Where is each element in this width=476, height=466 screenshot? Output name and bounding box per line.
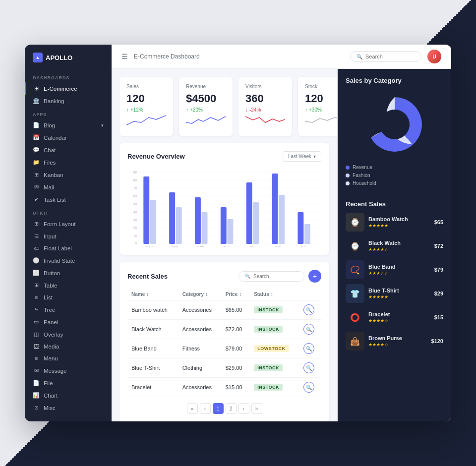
sales-table: Name ↕ Category ↕ Price ↕ Status ↕ Bambo… [127, 289, 321, 397]
col-category[interactable]: Category ↕ [182, 291, 218, 297]
chart-icon: 📊 [33, 392, 40, 399]
search-input[interactable] [365, 54, 415, 59]
sidebar-item-list[interactable]: ≡ List [25, 291, 112, 303]
row-action-button[interactable]: 🔍 [303, 382, 314, 393]
sidebar-item-formlayout[interactable]: ⊞ Form Layout [25, 218, 112, 230]
table-search-input[interactable] [253, 274, 298, 279]
chevron-down-icon: ▾ [101, 123, 104, 128]
sidebar-item-file[interactable]: 📄 File [25, 377, 112, 389]
page-last[interactable]: » [251, 403, 262, 414]
page-1[interactable]: 1 [213, 403, 224, 414]
cell-action[interactable]: 🔍 [299, 300, 321, 320]
sidebar-item-chat[interactable]: 💬 Chat [25, 144, 112, 156]
page-2[interactable]: 2 [226, 403, 237, 414]
sidebar-item-invalidstate[interactable]: ⚪ Invalid State [25, 254, 112, 267]
sidebar-label-list: List [44, 294, 53, 300]
cell-action[interactable]: 🔍 [299, 339, 321, 358]
sidebar-item-ecommerce[interactable]: ⊞ E-Commerce [25, 82, 112, 95]
recent-sales-header: Recent Sales 🔍 + [127, 270, 321, 283]
page-first[interactable]: « [187, 403, 198, 414]
sale-info: Blue T-Shirt ★★★★★ [368, 288, 430, 299]
cell-name: Bracelet [127, 378, 178, 397]
table-icon: ⊞ [33, 282, 40, 289]
add-sale-button[interactable]: + [308, 270, 321, 283]
svg-rect-23 [176, 207, 182, 244]
row-action-button[interactable]: 🔍 [303, 343, 314, 354]
sidebar-item-table[interactable]: ⊞ Table [25, 279, 112, 291]
content-area: Sales 120 ↑ +12% Revenue $4500 [112, 69, 451, 421]
pie-chart-container [346, 88, 443, 161]
sale-name: Bamboo Watch [368, 216, 430, 222]
legend-household: Household [346, 180, 443, 186]
cell-name: Blue Band [127, 339, 178, 358]
table-search-bar[interactable]: 🔍 [238, 271, 304, 282]
sidebar-item-mail[interactable]: ✉ Mail [25, 181, 112, 193]
sidebar-label-invalidstate: Invalid State [44, 258, 75, 264]
sale-stars: ★★★★★ [368, 223, 430, 228]
col-status[interactable]: Status ↕ [254, 291, 296, 297]
sidebar-label-files: Files [44, 160, 56, 166]
bar-chart: 90 80 70 60 50 40 30 20 10 0 [127, 168, 321, 247]
stat-title-sales: Sales [126, 84, 166, 89]
sidebar-item-tasklist[interactable]: ✔ Task List [25, 193, 112, 206]
last-week-dropdown[interactable]: Last Week ▾ [283, 151, 321, 162]
sidebar-item-tree[interactable]: ⤷ Tree [25, 303, 112, 316]
revenue-overview-card: Revenue Overview Last Week ▾ 90 80 70 60 [119, 143, 329, 255]
cell-status: LOWSTOCK [250, 339, 299, 358]
sidebar-label-formlayout: Form Layout [44, 221, 76, 227]
sale-price: $120 [431, 338, 443, 344]
page-prev[interactable]: ‹ [200, 403, 211, 414]
row-action-button[interactable]: 🔍 [303, 324, 314, 335]
recent-sales-list: ⌚ Bamboo Watch ★★★★★ $65 ⌚ Black Watch ★… [346, 213, 443, 350]
sidebar-label-blog: Blog [44, 122, 55, 128]
sidebar-item-panel[interactable]: ▭ Panel [25, 316, 112, 328]
stat-value-visitors: 360 [245, 92, 285, 105]
legend-revenue: Revenue [346, 165, 443, 170]
svg-rect-30 [272, 174, 278, 244]
sidebar-item-menu[interactable]: ≡ Menu [25, 352, 112, 364]
revenue-card-header: Revenue Overview Last Week ▾ [127, 151, 321, 162]
hamburger-icon[interactable]: ☰ [121, 53, 128, 60]
sale-thumb: ⭕ [346, 308, 364, 327]
sidebar-item-media[interactable]: 🖼 Media [25, 341, 112, 352]
sidebar-item-chart[interactable]: 📊 Chart [25, 389, 112, 402]
svg-rect-32 [298, 212, 303, 244]
floatlabel-icon: 🏷 [33, 245, 40, 251]
recent-sales-card: Recent Sales 🔍 + Name ↕ [119, 262, 329, 421]
page-next[interactable]: › [238, 403, 249, 414]
search-icon: 🔍 [357, 54, 362, 59]
cell-action[interactable]: 🔍 [299, 378, 321, 397]
sale-info: Blue Band ★★★☆☆ [368, 264, 430, 276]
sidebar-item-blog[interactable]: 📄 Blog ▾ [25, 119, 112, 131]
col-name[interactable]: Name ↕ [131, 291, 175, 297]
sidebar-item-floatlabel[interactable]: 🏷 Float Label [25, 242, 112, 254]
sale-stars: ★★★★★ [368, 294, 430, 299]
search-bar[interactable]: 🔍 [350, 51, 421, 62]
cell-action[interactable]: 🔍 [299, 358, 321, 378]
sidebar-item-overlay[interactable]: ◫ Overlay [25, 328, 112, 341]
sidebar-label-banking: Banking [44, 98, 64, 104]
sidebar-label-menu: Menu [44, 355, 58, 361]
sidebar-item-message[interactable]: ✉ Message [25, 364, 112, 377]
sidebar-item-input[interactable]: ⊟ Input [25, 230, 112, 242]
sidebar-item-calendar[interactable]: 📅 Calendar [25, 131, 112, 144]
sidebar-item-kanban[interactable]: ⊞ Kanban [25, 169, 112, 181]
sidebar-item-files[interactable]: 📁 Files [25, 156, 112, 169]
row-action-button[interactable]: 🔍 [303, 304, 314, 315]
files-icon: 📁 [33, 159, 40, 166]
header-title: E-Commerce Dashboard [134, 53, 344, 60]
cell-price: $65.00 [222, 300, 250, 320]
cell-action[interactable]: 🔍 [299, 320, 321, 339]
sidebar-item-misc[interactable]: ⊙ Misc [25, 402, 112, 414]
sidebar-item-button[interactable]: ⬜ Button [25, 267, 112, 279]
cell-price: $29.00 [222, 358, 250, 378]
col-price[interactable]: Price ↕ [226, 291, 246, 297]
dropdown-chevron-icon: ▾ [313, 154, 316, 159]
list-item: ⭕ Bracelet ★★★★☆ $15 [346, 308, 443, 327]
row-action-button[interactable]: 🔍 [303, 362, 314, 373]
list-item: 📿 Blue Band ★★★☆☆ $79 [346, 260, 443, 279]
sidebar-item-banking[interactable]: 🏦 Banking [25, 95, 112, 107]
sort-icon: ↕ [146, 291, 149, 297]
cell-price: $15.00 [222, 378, 250, 397]
legend-fashion: Fashion [346, 173, 443, 178]
